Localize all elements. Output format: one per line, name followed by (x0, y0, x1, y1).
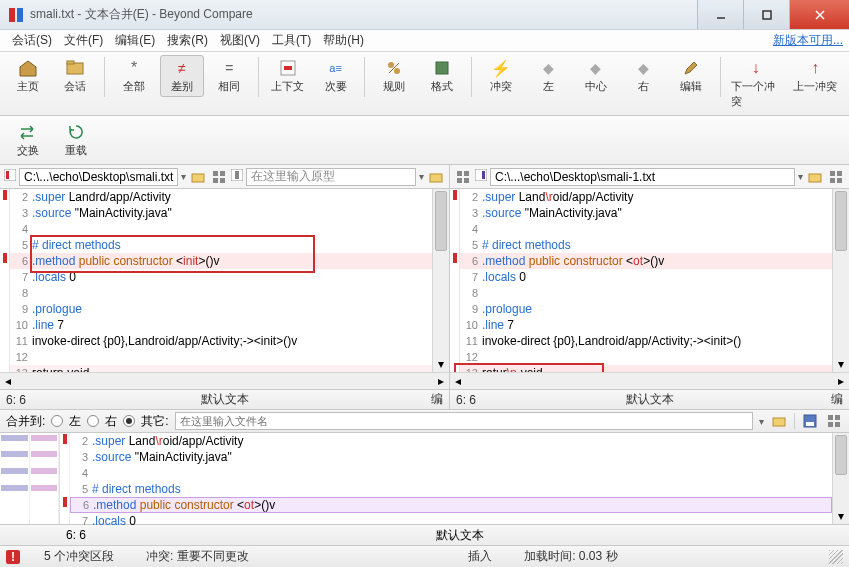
swap-button[interactable]: 交换 (6, 119, 50, 161)
code-line[interactable]: 7.locals 0 (10, 269, 432, 285)
merge-radio-left[interactable] (51, 415, 63, 427)
code-line[interactable]: 7.locals 0 (460, 269, 832, 285)
right-scrollbar-h[interactable]: ◂▸ (450, 372, 849, 389)
left-scrollbar-h[interactable]: ◂▸ (0, 372, 449, 389)
merge-overview[interactable] (0, 433, 60, 524)
center-path-input[interactable]: 在这里输入原型 (246, 168, 416, 186)
all-button[interactable]: *全部 (112, 55, 156, 97)
code-line[interactable]: 3.source "MainActivity.java" (70, 449, 832, 465)
take-center-button[interactable]: ◆中心 (574, 55, 618, 97)
code-line[interactable]: 12 (10, 349, 432, 365)
left-apps-button[interactable] (210, 168, 228, 186)
code-line[interactable]: 10.line 7 (10, 317, 432, 333)
right-browse-button[interactable] (806, 168, 824, 186)
left-path-input[interactable]: C:\...\echo\Desktop\smali.txt (19, 168, 178, 186)
merge-scrollbar-v[interactable]: ▴▾ (832, 433, 849, 524)
code-line[interactable]: 9.prologue (10, 301, 432, 317)
merge-radio-right[interactable] (87, 415, 99, 427)
format-button[interactable]: 格式 (420, 55, 464, 97)
center-path-dropdown[interactable]: ▾ (419, 171, 424, 182)
new-version-link[interactable]: 新版本可用... (773, 32, 843, 49)
edit-button[interactable]: 编辑 (669, 55, 713, 97)
right-marker-strip[interactable] (450, 189, 460, 372)
code-line[interactable]: 9.prologue (460, 301, 832, 317)
maximize-button[interactable] (743, 0, 789, 29)
merge-browse-button[interactable] (770, 412, 788, 430)
code-line[interactable]: 12 (460, 349, 832, 365)
resize-grip[interactable] (829, 550, 843, 564)
code-line[interactable]: 11invoke-direct {p0},Landroid/app/Activi… (460, 333, 832, 349)
menu-search[interactable]: 搜索(R) (161, 30, 214, 51)
warning-icon: ! (6, 550, 20, 564)
right-scrollbar-v[interactable]: ▴▾ (832, 189, 849, 372)
code-line[interactable]: 3.source "MainActivity.java" (460, 205, 832, 221)
prev-conflict-button[interactable]: ↑上一冲突 (787, 55, 843, 97)
menu-session[interactable]: 会话(S) (6, 30, 58, 51)
menu-help[interactable]: 帮助(H) (317, 30, 370, 51)
left-marker-strip[interactable] (0, 189, 10, 372)
code-line[interactable]: 13retur\n-void (460, 365, 832, 372)
code-line[interactable]: 6.method public constructor <ot>()v (460, 253, 832, 269)
home-button[interactable]: 主页 (6, 55, 50, 97)
right-path-dropdown[interactable]: ▾ (798, 171, 803, 182)
code-line[interactable]: 3.source "MainActivity.java" (10, 205, 432, 221)
merge-save-button[interactable] (801, 412, 819, 430)
code-line[interactable]: 2.super Landrd/app/Activity (10, 189, 432, 205)
menu-view[interactable]: 视图(V) (214, 30, 266, 51)
code-line[interactable]: 2.super Land\roid/app/Activity (70, 433, 832, 449)
code-line[interactable]: 7.locals 0 (70, 513, 832, 529)
menu-file[interactable]: 文件(F) (58, 30, 109, 51)
code-line[interactable]: 6.method public constructor <ot>()v (70, 497, 832, 513)
svg-rect-11 (6, 171, 9, 179)
code-line[interactable]: 6.method public constructor <init>()v (10, 253, 432, 269)
left-path-dropdown[interactable]: ▾ (181, 171, 186, 182)
code-line[interactable]: 4 (10, 221, 432, 237)
right-path-input[interactable]: C:\...\echo\Desktop\smali-1.txt (490, 168, 795, 186)
close-button[interactable] (789, 0, 849, 29)
merge-encoding: 默认文本 (116, 527, 803, 544)
menu-edit[interactable]: 编辑(E) (109, 30, 161, 51)
code-line[interactable]: 4 (70, 465, 832, 481)
svg-rect-10 (4, 169, 16, 181)
rules-button[interactable]: 规则 (372, 55, 416, 97)
code-line[interactable]: 2.super Land\roid/app/Activity (460, 189, 832, 205)
take-conflict-button[interactable]: ⚡冲突 (479, 55, 523, 97)
next-conflict-button[interactable]: ↓下一个冲突 (728, 55, 784, 112)
right-apps-button[interactable] (827, 168, 845, 186)
diff-button[interactable]: ≠差别 (160, 55, 204, 97)
merge-body: 2.super Land\roid/app/Activity3.source "… (0, 433, 849, 525)
svg-rect-21 (464, 171, 469, 176)
svg-rect-22 (457, 178, 462, 183)
code-line[interactable]: 10.line 7 (460, 317, 832, 333)
merge-code-lines[interactable]: 2.super Land\roid/app/Activity3.source "… (60, 433, 832, 524)
merge-filename-input[interactable] (175, 412, 753, 430)
reload-button[interactable]: 重载 (54, 119, 98, 161)
left-browse-button[interactable] (189, 168, 207, 186)
code-line[interactable]: 5# direct methods (460, 237, 832, 253)
take-right-button[interactable]: ◆右 (622, 55, 666, 97)
minor-button[interactable]: a≡次要 (314, 55, 358, 97)
merge-radio-other[interactable] (123, 415, 135, 427)
left-scrollbar-v[interactable]: ▴▾ (432, 189, 449, 372)
menu-tools[interactable]: 工具(T) (266, 30, 317, 51)
merge-filename-dropdown[interactable]: ▾ (759, 416, 764, 427)
center-apps-button[interactable] (454, 168, 472, 186)
session-button[interactable]: 会话 (54, 55, 98, 97)
same-button[interactable]: =相同 (208, 55, 252, 97)
left-code-lines[interactable]: 2.super Landrd/app/Activity3.source "Mai… (10, 189, 432, 372)
code-line[interactable]: 5# direct methods (70, 481, 832, 497)
code-line[interactable]: 13return-void (10, 365, 432, 372)
minimize-button[interactable] (697, 0, 743, 29)
code-line[interactable]: 8 (460, 285, 832, 301)
code-line[interactable]: 4 (460, 221, 832, 237)
take-left-button[interactable]: ◆左 (526, 55, 570, 97)
code-line[interactable]: 8 (10, 285, 432, 301)
app-icon (8, 7, 24, 23)
right-code-lines[interactable]: 2.super Land\roid/app/Activity3.source "… (460, 189, 832, 372)
center-browse-button[interactable] (427, 168, 445, 186)
code-line[interactable]: 5# direct methods (10, 237, 432, 253)
context-button[interactable]: 上下文 (266, 55, 310, 97)
code-line[interactable]: 11invoke-direct {p0},Landroid/app/Activi… (10, 333, 432, 349)
merge-apps-button[interactable] (825, 412, 843, 430)
svg-rect-23 (464, 178, 469, 183)
